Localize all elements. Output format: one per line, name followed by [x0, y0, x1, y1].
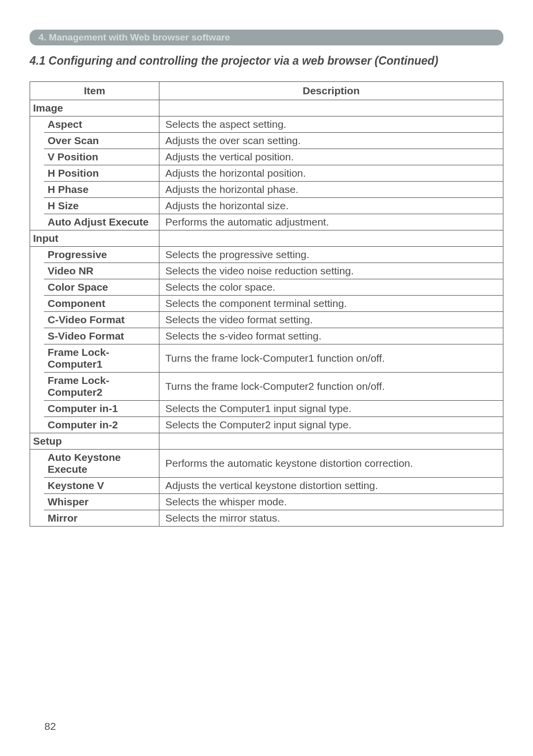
settings-table: Item Description ImageAspectSelects the … [30, 81, 503, 527]
item-cell: Progressive [44, 247, 159, 263]
item-cell: H Phase [44, 182, 159, 198]
chapter-bar-text: 4. Management with Web browser software [38, 32, 230, 42]
table-row: Over ScanAdjusts the over scan setting. [30, 133, 503, 149]
item-cell: S-Video Format [44, 328, 159, 344]
indent-cell [30, 478, 44, 494]
item-cell: Color Space [44, 279, 159, 296]
table-row: Video NRSelects the video noise reductio… [30, 263, 503, 279]
table-row: Auto Keystone ExecutePerforms the automa… [30, 450, 503, 478]
item-cell: Over Scan [44, 133, 159, 149]
description-cell: Adjusts the horizontal phase. [159, 182, 503, 198]
table-row: AspectSelects the aspect setting. [30, 116, 503, 133]
indent-cell [30, 133, 44, 149]
item-cell: Auto Keystone Execute [44, 450, 159, 478]
header-item: Item [30, 82, 159, 100]
indent-cell [30, 247, 44, 263]
indent-cell [30, 373, 44, 401]
table-row: Computer in-2Selects the Computer2 input… [30, 417, 503, 433]
table-row: Frame Lock-Computer1Turns the frame lock… [30, 344, 503, 373]
table-row: MirrorSelects the mirror status. [30, 510, 503, 527]
category-empty-desc [159, 433, 503, 450]
table-row: Auto Adjust ExecutePerforms the automati… [30, 214, 503, 230]
indent-cell [30, 279, 44, 296]
indent-cell [30, 214, 44, 230]
table-row: H PositionAdjusts the horizontal positio… [30, 165, 503, 182]
table-header-row: Item Description [30, 82, 503, 100]
description-cell: Turns the frame lock-Computer1 function … [159, 344, 503, 373]
category-row: Image [30, 100, 503, 116]
description-cell: Adjusts the over scan setting. [159, 133, 503, 149]
description-cell: Performs the automatic keystone distorti… [159, 450, 503, 478]
description-cell: Adjusts the vertical position. [159, 149, 503, 165]
indent-cell [30, 344, 44, 373]
indent-cell [30, 417, 44, 433]
category-empty-desc [159, 100, 503, 116]
table-row: H SizeAdjusts the horizontal size. [30, 198, 503, 214]
description-cell: Selects the component terminal setting. [159, 296, 503, 312]
description-cell: Selects the s-video format setting. [159, 328, 503, 344]
category-label: Image [30, 100, 159, 116]
page-number: 82 [44, 720, 56, 732]
description-cell: Adjusts the horizontal position. [159, 165, 503, 182]
description-cell: Selects the whisper mode. [159, 494, 503, 510]
indent-cell [30, 450, 44, 478]
category-empty-desc [159, 230, 503, 247]
indent-cell [30, 494, 44, 510]
item-cell: Auto Adjust Execute [44, 214, 159, 230]
item-cell: H Position [44, 165, 159, 182]
indent-cell [30, 116, 44, 133]
category-label: Setup [30, 433, 159, 450]
indent-cell [30, 296, 44, 312]
table-row: H PhaseAdjusts the horizontal phase. [30, 182, 503, 198]
section-title: 4.1 Configuring and controlling the proj… [30, 54, 503, 68]
header-description: Description [159, 82, 503, 100]
item-cell: Frame Lock-Computer2 [44, 373, 159, 401]
table-row: ProgressiveSelects the progressive setti… [30, 247, 503, 263]
indent-cell [30, 182, 44, 198]
item-cell: Whisper [44, 494, 159, 510]
item-cell: Computer in-2 [44, 417, 159, 433]
description-cell: Selects the color space. [159, 279, 503, 296]
item-cell: H Size [44, 198, 159, 214]
description-cell: Selects the progressive setting. [159, 247, 503, 263]
description-cell: Selects the Computer1 input signal type. [159, 401, 503, 417]
item-cell: Frame Lock-Computer1 [44, 344, 159, 373]
description-cell: Selects the aspect setting. [159, 116, 503, 133]
item-cell: Computer in-1 [44, 401, 159, 417]
description-cell: Adjusts the horizontal size. [159, 198, 503, 214]
description-cell: Selects the video noise reduction settin… [159, 263, 503, 279]
description-cell: Adjusts the vertical keystone distortion… [159, 478, 503, 494]
item-cell: Mirror [44, 510, 159, 527]
indent-cell [30, 263, 44, 279]
indent-cell [30, 312, 44, 328]
table-row: Keystone VAdjusts the vertical keystone … [30, 478, 503, 494]
description-cell: Selects the video format setting. [159, 312, 503, 328]
description-cell: Selects the mirror status. [159, 510, 503, 527]
item-cell: V Position [44, 149, 159, 165]
item-cell: Video NR [44, 263, 159, 279]
description-cell: Turns the frame lock-Computer2 function … [159, 373, 503, 401]
indent-cell [30, 328, 44, 344]
description-cell: Performs the automatic adjustment. [159, 214, 503, 230]
document-page: 4. Management with Web browser software … [0, 0, 533, 527]
table-row: Computer in-1Selects the Computer1 input… [30, 401, 503, 417]
item-cell: Component [44, 296, 159, 312]
category-row: Setup [30, 433, 503, 450]
indent-cell [30, 401, 44, 417]
table-row: Color SpaceSelects the color space. [30, 279, 503, 296]
chapter-bar: 4. Management with Web browser software [30, 30, 503, 45]
indent-cell [30, 510, 44, 527]
table-row: ComponentSelects the component terminal … [30, 296, 503, 312]
category-label: Input [30, 230, 159, 247]
table-row: Frame Lock-Computer2Turns the frame lock… [30, 373, 503, 401]
table-row: WhisperSelects the whisper mode. [30, 494, 503, 510]
indent-cell [30, 198, 44, 214]
item-cell: C-Video Format [44, 312, 159, 328]
indent-cell [30, 149, 44, 165]
category-row: Input [30, 230, 503, 247]
item-cell: Keystone V [44, 478, 159, 494]
description-cell: Selects the Computer2 input signal type. [159, 417, 503, 433]
indent-cell [30, 165, 44, 182]
item-cell: Aspect [44, 116, 159, 133]
table-row: V PositionAdjusts the vertical position. [30, 149, 503, 165]
